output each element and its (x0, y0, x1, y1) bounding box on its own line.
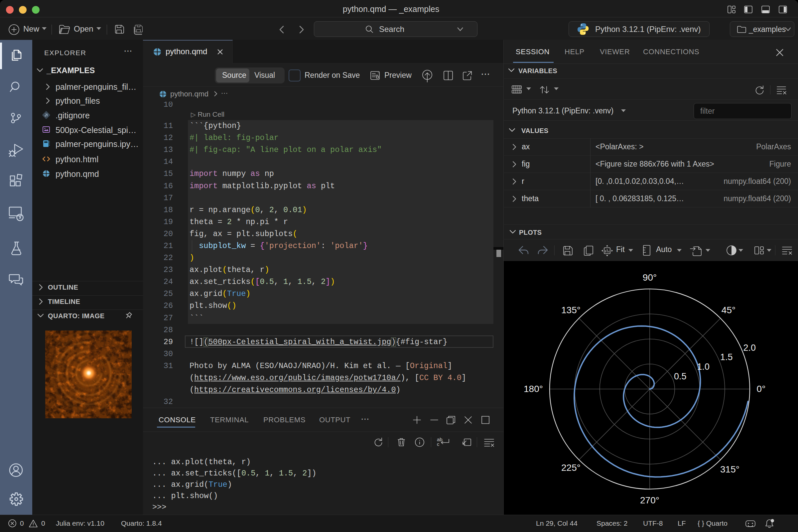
svg-text:1.5: 1.5 (720, 352, 733, 362)
svg-text:c: c (437, 441, 440, 447)
svg-text:0°: 0° (757, 384, 766, 394)
svg-text:90°: 90° (643, 272, 657, 283)
svg-text:225°: 225° (561, 462, 581, 473)
svg-text:270°: 270° (640, 495, 659, 506)
svg-text:315°: 315° (720, 464, 740, 474)
svg-text:1.0: 1.0 (697, 362, 709, 372)
svg-text:180°: 180° (524, 384, 543, 394)
svg-text:135°: 135° (561, 305, 581, 315)
svg-text:2.0: 2.0 (743, 343, 756, 353)
svg-text:45°: 45° (722, 305, 736, 315)
svg-text:0.5: 0.5 (674, 372, 687, 381)
